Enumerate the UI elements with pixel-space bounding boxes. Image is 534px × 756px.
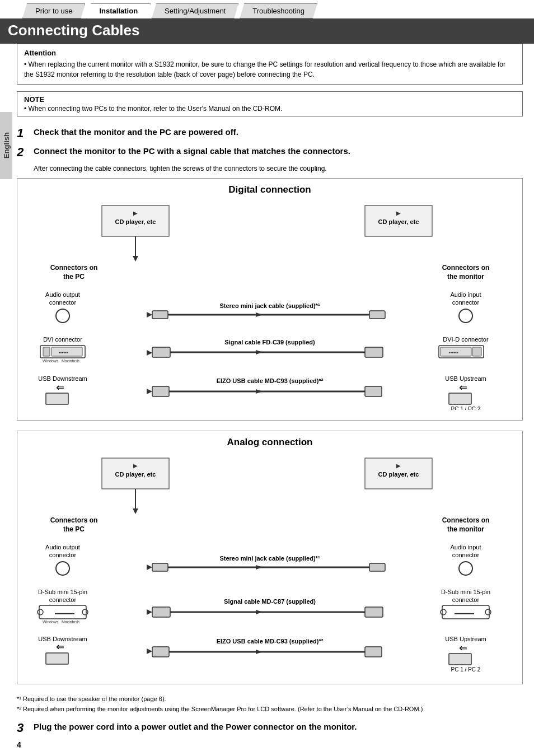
svg-rect-52 <box>365 386 382 396</box>
step-2-sub: After connecting the cable connectors, t… <box>34 165 523 172</box>
svg-text:DVI connector: DVI connector <box>43 336 82 343</box>
step-2-text: Connect the monitor to the PC with a sig… <box>34 146 350 157</box>
step-3: 3 Plug the power cord into a power outle… <box>17 721 523 735</box>
svg-text:▪▪▪▪▪▪: ▪▪▪▪▪▪ <box>59 350 68 355</box>
svg-text:D-Sub mini 15-pin: D-Sub mini 15-pin <box>38 589 87 595</box>
svg-marker-76 <box>256 565 263 570</box>
page-number: 4 <box>17 740 523 749</box>
svg-text:⇐: ⇐ <box>459 642 467 654</box>
analog-connection-title: Analog connection <box>23 437 517 448</box>
step-3-text: Plug the power cord into a power outlet … <box>34 721 357 732</box>
step-1-num: 1 <box>17 127 28 140</box>
svg-rect-42 <box>472 347 481 356</box>
svg-text:connector: connector <box>452 299 480 306</box>
svg-text:⇐: ⇐ <box>56 382 64 393</box>
svg-text:USB Upstream: USB Upstream <box>445 636 486 642</box>
svg-text:DVI-D connector: DVI-D connector <box>443 336 489 343</box>
svg-rect-34 <box>152 347 170 357</box>
step-1: 1 Check that the monitor and the PC are … <box>17 127 523 140</box>
svg-point-72 <box>56 562 69 575</box>
page-header: Connecting Cables <box>0 18 534 44</box>
svg-rect-77 <box>369 563 385 571</box>
svg-text:Windows: Windows <box>43 620 59 624</box>
side-language-label: English <box>0 112 12 179</box>
svg-text:the PC: the PC <box>63 525 85 533</box>
note-text: • When connecting two PCs to the monitor… <box>24 105 516 113</box>
svg-text:connector: connector <box>49 299 77 306</box>
svg-text:▬▬▬▬▬: ▬▬▬▬▬ <box>55 611 74 615</box>
svg-text:connector: connector <box>49 596 77 603</box>
svg-rect-55 <box>449 393 471 404</box>
svg-text:▬▬▬▬▬: ▬▬▬▬▬ <box>455 611 474 615</box>
svg-text:EIZO USB cable MD-C93 (supplie: EIZO USB cable MD-C93 (supplied)*² <box>217 638 324 645</box>
svg-rect-49 <box>152 386 169 396</box>
svg-marker-48 <box>147 389 152 394</box>
svg-text:Audio input: Audio input <box>450 544 481 550</box>
svg-marker-19 <box>256 312 263 317</box>
svg-rect-109 <box>365 647 382 657</box>
svg-text:Connectors on: Connectors on <box>50 264 98 272</box>
tab-strip: Prior to use Installation Setting/Adjust… <box>0 0 534 18</box>
svg-text:Audio output: Audio output <box>45 291 80 298</box>
svg-text:Windows: Windows <box>43 359 59 363</box>
svg-marker-4 <box>133 256 138 262</box>
svg-text:CD player, etc: CD player, etc <box>115 471 156 478</box>
svg-marker-90 <box>147 609 152 615</box>
svg-text:USB Upstream: USB Upstream <box>445 375 486 382</box>
tab-troubleshooting[interactable]: Troubleshooting <box>240 3 317 18</box>
step-3-num: 3 <box>17 721 28 735</box>
tab-setting-adjustment[interactable]: Setting/Adjustment <box>152 3 238 18</box>
svg-text:Signal cable MD-C87 (supplied): Signal cable MD-C87 (supplied) <box>224 598 316 605</box>
svg-rect-94 <box>365 607 383 617</box>
page-title: Connecting Cables <box>8 22 526 39</box>
svg-rect-20 <box>369 311 385 319</box>
svg-text:Signal cable FD-C39 (supplied): Signal cable FD-C39 (supplied) <box>224 339 315 346</box>
svg-rect-112 <box>449 654 471 665</box>
svg-text:▶: ▶ <box>133 210 138 216</box>
svg-text:Macintosh: Macintosh <box>62 620 79 624</box>
analog-diagram: ▶ CD player, etc ▶ CD player, etc Connec… <box>23 455 517 674</box>
step-1-text: Check that the monitor and the PC are po… <box>34 127 238 138</box>
svg-text:Connectors on: Connectors on <box>442 516 490 524</box>
svg-text:PC 1 / PC 2: PC 1 / PC 2 <box>451 666 481 673</box>
svg-text:CD player, etc: CD player, etc <box>115 218 156 225</box>
svg-text:▶: ▶ <box>133 463 138 469</box>
analog-connection-section: Analog connection ▶ CD player, etc ▶ CD … <box>17 431 523 684</box>
step-2: 2 Connect the monitor to the PC with a s… <box>17 146 523 159</box>
svg-text:the monitor: the monitor <box>447 273 484 281</box>
svg-text:Connectors on: Connectors on <box>442 264 490 272</box>
svg-text:the PC: the PC <box>63 273 85 281</box>
svg-rect-38 <box>365 347 383 357</box>
svg-marker-73 <box>147 564 152 570</box>
svg-text:Connectors on: Connectors on <box>50 516 98 524</box>
svg-text:Stereo mini jack cable (suppli: Stereo mini jack cable (supplied)*¹ <box>219 302 320 309</box>
svg-text:connector: connector <box>49 552 77 558</box>
svg-text:USB Downstream: USB Downstream <box>38 375 87 382</box>
svg-text:CD player, etc: CD player, etc <box>378 218 419 225</box>
digital-connection-section: Digital connection ▶ CD player, etc ▶ CD… <box>17 178 523 421</box>
svg-point-14 <box>56 309 69 323</box>
attention-text: • When replacing the current monitor wit… <box>24 59 516 80</box>
footnotes: *¹ Required to use the speaker of the mo… <box>17 694 523 714</box>
svg-rect-106 <box>152 647 169 657</box>
digital-connection-title: Digital connection <box>23 184 517 195</box>
svg-text:▪▪▪▪▪▪: ▪▪▪▪▪▪ <box>449 350 458 355</box>
svg-text:⇐: ⇐ <box>459 382 467 393</box>
svg-text:Audio output: Audio output <box>45 544 80 550</box>
attention-title: Attention <box>24 49 516 57</box>
svg-text:Audio input: Audio input <box>450 291 481 298</box>
svg-text:PC 1 / PC 2: PC 1 / PC 2 <box>451 406 481 410</box>
svg-text:connector: connector <box>452 596 480 603</box>
svg-text:connector: connector <box>452 552 480 558</box>
footnote-1: *¹ Required to use the speaker of the mo… <box>25 694 523 704</box>
svg-point-78 <box>459 562 472 575</box>
svg-text:Stereo mini jack cable (suppli: Stereo mini jack cable (supplied)*¹ <box>219 555 320 562</box>
tab-installation[interactable]: Installation <box>86 3 151 18</box>
svg-rect-47 <box>46 393 68 404</box>
svg-marker-51 <box>256 389 263 394</box>
svg-marker-93 <box>256 610 263 614</box>
svg-text:▶: ▶ <box>396 463 401 469</box>
tab-prior-to-use[interactable]: Prior to use <box>22 3 85 18</box>
footnote-2: *² Required when performing the monitor … <box>25 704 523 715</box>
svg-rect-74 <box>152 563 168 571</box>
